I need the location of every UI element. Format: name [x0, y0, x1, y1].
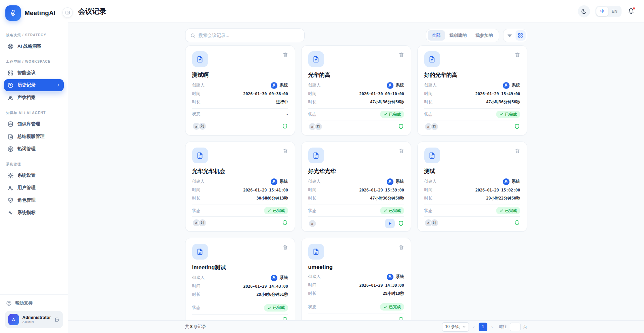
- users-icon: [7, 95, 14, 101]
- chevron-down-icon: [462, 325, 466, 329]
- sidebar-item-smart-meeting[interactable]: 智能会议: [4, 67, 64, 79]
- delete-meeting-button[interactable]: [398, 148, 404, 154]
- meeting-card[interactable]: 光华光华机会 创建人 系系统 时间 2026-01-29 15:41:00 时长…: [185, 142, 295, 232]
- meeting-card[interactable]: 光华的高 创建人 系系统 时间 2026-01-30 09:10:00 时长 4…: [301, 45, 411, 135]
- grid-view-button[interactable]: [516, 30, 526, 41]
- creator-avatar: 系: [387, 178, 393, 185]
- search-input[interactable]: [199, 33, 300, 38]
- activity-icon: [7, 210, 14, 216]
- search-icon: [190, 33, 196, 38]
- sidebar-item-label: 热词管理: [17, 146, 36, 152]
- meeting-card[interactable]: 测试啊 创建人 系系统 时间 2026-01-30 09:38:00 时长 进行…: [185, 45, 295, 135]
- creator-label: 创建人: [424, 179, 437, 184]
- panel-collapse-icon: [65, 10, 70, 15]
- sidebar-item-ai-strategy[interactable]: AI 战略洞察: [4, 40, 64, 52]
- theme-toggle-button[interactable]: [578, 5, 590, 17]
- user-icon: [7, 185, 14, 191]
- meeting-card[interactable]: 好光华光华 创建人 系系统 时间 2026-01-29 15:39:00 时长 …: [301, 142, 411, 232]
- creator-name: 系统: [396, 274, 404, 280]
- search-box[interactable]: [185, 29, 305, 42]
- sidebar-item-role-management[interactable]: 角色管理: [4, 194, 64, 206]
- status-label: 状态: [192, 111, 201, 117]
- sidebar-item-history[interactable]: 历史记录: [4, 79, 64, 91]
- meeting-card[interactable]: 好的光华的高 创建人 系系统 时间 2026-01-29 15:49:00 时长…: [417, 45, 527, 135]
- lang-zh-button[interactable]: 中: [596, 7, 608, 16]
- sidebar-collapse-button[interactable]: [62, 7, 73, 18]
- meeting-title: 光华光华机会: [192, 168, 288, 175]
- shield-icon[interactable]: [282, 123, 288, 129]
- duration-label: 时长: [308, 99, 317, 105]
- sidebar-item-voiceprint[interactable]: 声纹档案: [4, 92, 64, 104]
- meeting-card[interactable]: imeeting测试 创建人 系系统 时间 2026-01-29 14:43:0…: [185, 238, 295, 328]
- question-circle-icon: [6, 300, 12, 306]
- meeting-title: imeeting测试: [192, 264, 288, 271]
- check-icon: [383, 112, 387, 116]
- help-support-link[interactable]: 帮助支持: [5, 299, 63, 311]
- sidebar-item-label: 系统设置: [17, 172, 36, 178]
- page-size-select[interactable]: 10 条/页: [442, 322, 469, 332]
- shield-icon[interactable]: [282, 220, 288, 226]
- list-view-button[interactable]: [505, 30, 515, 41]
- prev-page-button[interactable]: ‹: [472, 324, 476, 330]
- shield-icon[interactable]: [398, 123, 404, 130]
- notifications-button[interactable]: [628, 8, 635, 15]
- sidebar-footer: 帮助支持 A Administrator ADMIN: [0, 294, 68, 333]
- delete-meeting-button[interactable]: [398, 244, 404, 250]
- delete-meeting-button[interactable]: [282, 244, 288, 250]
- delete-meeting-button[interactable]: [282, 51, 288, 58]
- delete-meeting-button[interactable]: [515, 51, 520, 58]
- time-label: 时间: [308, 187, 317, 193]
- next-page-button[interactable]: ›: [490, 324, 494, 330]
- filter-tab-created-by-me[interactable]: 我创建的: [445, 30, 471, 41]
- status-label: 状态: [424, 208, 433, 214]
- shield-icon[interactable]: [398, 220, 404, 227]
- creator-avatar: 系: [387, 274, 393, 280]
- sidebar-item-system-settings[interactable]: 系统设置: [4, 169, 64, 181]
- sidebar-item-summary-template[interactable]: 总结模版管理: [4, 130, 64, 143]
- filter-lines-icon: [507, 33, 513, 38]
- duration-label: 时长: [308, 196, 317, 201]
- participant-avatar: 刘: [430, 219, 439, 227]
- sidebar-item-system-metrics[interactable]: 系统指标: [4, 207, 64, 219]
- sidebar-item-user-management[interactable]: 用户管理: [4, 182, 64, 194]
- document-icon: [192, 148, 208, 163]
- sidebar-item-label: 声纹档案: [17, 95, 36, 101]
- current-user-card[interactable]: A Administrator ADMIN: [5, 311, 63, 328]
- lang-en-button[interactable]: EN: [608, 7, 621, 16]
- delete-meeting-button[interactable]: [515, 148, 520, 154]
- participant-avatar: 刘: [314, 122, 323, 131]
- creator-label: 创建人: [424, 82, 437, 88]
- meeting-time: 2026-01-30 09:10:00: [359, 92, 404, 96]
- document-icon: [424, 148, 440, 163]
- microphone-logo-icon: [5, 5, 21, 21]
- delete-meeting-button[interactable]: [398, 51, 404, 58]
- avatar: A: [8, 314, 19, 325]
- play-recording-button[interactable]: [385, 219, 395, 228]
- sidebar-nav: 战略决策 / STRATEGY AI 战略洞察 工作空间 / WORKSPACE…: [0, 24, 68, 294]
- creator-avatar: 系: [271, 82, 277, 89]
- filter-tab-joined-by-me[interactable]: 我参加的: [471, 30, 497, 41]
- meeting-time: 2026-01-29 15:41:00: [243, 188, 288, 192]
- goto-page-input[interactable]: [510, 323, 521, 331]
- sidebar-item-label: 智能会议: [17, 70, 36, 76]
- content-area: 全部 我创建的 我参加的: [68, 23, 644, 333]
- shield-icon[interactable]: [514, 220, 520, 226]
- duration-label: 时长: [424, 99, 433, 105]
- delete-meeting-button[interactable]: [282, 148, 288, 154]
- trash-icon: [398, 244, 404, 250]
- time-label: 时间: [192, 283, 201, 289]
- duration-label: 时长: [308, 291, 317, 296]
- document-icon: [424, 51, 440, 67]
- page-number-button[interactable]: 1: [479, 323, 487, 331]
- nav-section-workspace: 工作空间 / WORKSPACE: [4, 53, 64, 67]
- shield-icon[interactable]: [514, 123, 520, 130]
- goto-label: 前往: [499, 324, 507, 330]
- sidebar-item-knowledge-base[interactable]: 知识库管理: [4, 118, 64, 130]
- duration-label: 时长: [192, 196, 201, 201]
- meeting-card[interactable]: 测试 创建人 系系统 时间 2026-01-29 15:02:00 时长 29小…: [417, 142, 527, 232]
- logout-icon[interactable]: [54, 317, 60, 323]
- meeting-card[interactable]: umeeting 创建人 系系统 时间 2026-01-29 14:39:00 …: [301, 238, 411, 328]
- play-icon: [388, 221, 392, 226]
- sidebar-item-hotwords[interactable]: 热词管理: [4, 143, 64, 155]
- filter-tab-all[interactable]: 全部: [428, 30, 445, 41]
